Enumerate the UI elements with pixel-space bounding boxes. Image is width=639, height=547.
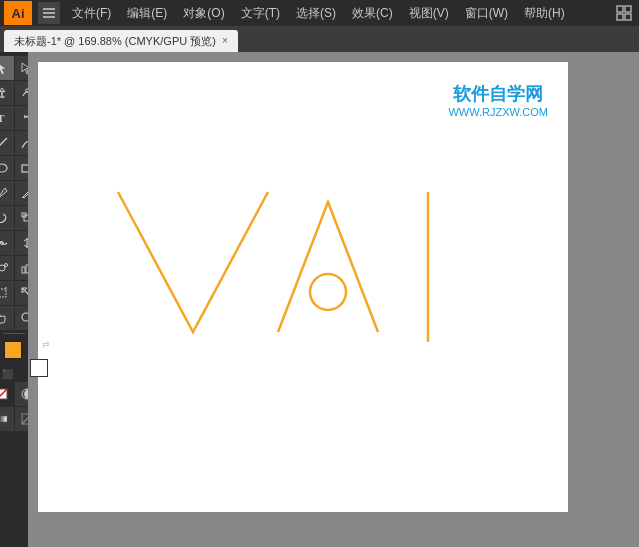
artboard: 软件自学网 WWW.RJZXW.COM — [38, 62, 568, 512]
tab-close-button[interactable]: × — [222, 36, 228, 46]
paintbrush-tool-button[interactable] — [0, 181, 14, 205]
gradient-button[interactable] — [0, 407, 14, 431]
svg-rect-24 — [0, 289, 6, 297]
main-menu: 文件(F) 编辑(E) 对象(O) 文字(T) 选择(S) 效果(C) 视图(V… — [64, 0, 573, 26]
app-logo: Ai — [4, 1, 32, 25]
svg-rect-1 — [43, 12, 55, 14]
menu-bar: Ai 文件(F) 编辑(E) 对象(O) 文字(T) 选择(S) 效果(C) 视… — [0, 0, 639, 26]
artboard-tool-button[interactable] — [0, 281, 14, 305]
fill-color-box[interactable] — [4, 341, 22, 359]
color-selector[interactable]: ⇄ ⬛ — [0, 339, 52, 379]
tab-title: 未标题-1* @ 169.88% (CMYK/GPU 预览) — [14, 34, 216, 49]
svg-point-11 — [0, 164, 7, 172]
none-fill-button[interactable] — [0, 382, 14, 406]
svg-rect-21 — [22, 267, 25, 273]
svg-rect-0 — [43, 8, 55, 10]
svg-rect-34 — [0, 416, 7, 422]
document-tab[interactable]: 未标题-1* @ 169.88% (CMYK/GPU 预览) × — [4, 30, 238, 52]
menu-type[interactable]: 文字(T) — [233, 0, 288, 26]
selection-tool-button[interactable] — [0, 56, 14, 80]
svg-rect-2 — [43, 16, 55, 18]
svg-point-20 — [4, 264, 7, 267]
menu-edit[interactable]: 编辑(E) — [119, 0, 175, 26]
svg-rect-6 — [625, 14, 631, 20]
svg-line-10 — [0, 138, 7, 148]
canvas-area[interactable]: 软件自学网 WWW.RJZXW.COM — [28, 52, 639, 547]
menu-file[interactable]: 文件(F) — [64, 0, 119, 26]
menu-effect[interactable]: 效果(C) — [344, 0, 401, 26]
pen-tool-button[interactable] — [0, 81, 14, 105]
svg-point-37 — [310, 274, 346, 310]
rotate-tool-button[interactable] — [0, 206, 14, 230]
left-toolbar: T T — [0, 52, 28, 547]
ellipse-tool-button[interactable] — [0, 156, 14, 180]
warp-tool-button[interactable] — [0, 231, 14, 255]
svg-rect-3 — [617, 6, 623, 12]
svg-rect-5 — [617, 14, 623, 20]
swap-colors-icon[interactable]: ⇄ — [42, 339, 50, 349]
hand-tool-button[interactable] — [0, 306, 14, 330]
toolbar-divider — [3, 333, 25, 334]
menu-object[interactable]: 对象(O) — [175, 0, 232, 26]
menu-view[interactable]: 视图(V) — [401, 0, 457, 26]
type-tool-button[interactable]: T — [0, 106, 14, 130]
vector-drawing — [38, 62, 568, 512]
tab-bar: 未标题-1* @ 169.88% (CMYK/GPU 预览) × — [0, 26, 639, 52]
line-tool-button[interactable] — [0, 131, 14, 155]
main-area: T T — [0, 52, 639, 547]
default-colors-icon[interactable]: ⬛ — [2, 369, 13, 379]
svg-line-13 — [22, 197, 23, 198]
menu-help[interactable]: 帮助(H) — [516, 0, 573, 26]
workspace-switcher-icon[interactable] — [613, 2, 635, 24]
svg-text:T: T — [0, 112, 5, 124]
toolbar-toggle-button[interactable] — [38, 2, 60, 24]
menu-window[interactable]: 窗口(W) — [457, 0, 516, 26]
symbol-tool-button[interactable] — [0, 256, 14, 280]
svg-rect-4 — [625, 6, 631, 12]
stroke-color-box[interactable] — [30, 359, 48, 377]
menu-select[interactable]: 选择(S) — [288, 0, 344, 26]
